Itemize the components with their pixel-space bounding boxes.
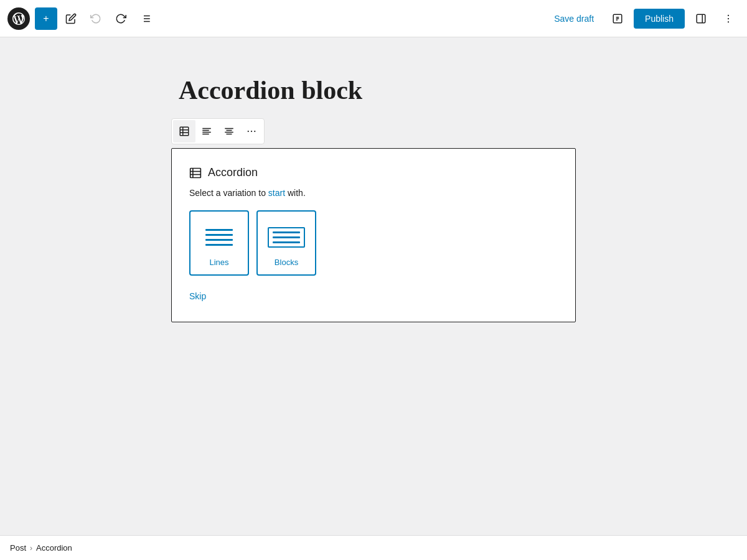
more-icon (723, 13, 734, 24)
blocks-icon (268, 222, 305, 253)
table-icon (179, 126, 190, 137)
svg-point-29 (254, 131, 255, 132)
accordion-block-icon (189, 167, 202, 179)
align-left-icon (201, 126, 212, 137)
editor-area: Accordion block (0, 37, 747, 535)
sidebar-icon (695, 13, 707, 24)
sidebar-toggle-button[interactable] (690, 7, 712, 30)
post-content: Accordion block (171, 75, 576, 322)
block-type-button[interactable] (173, 120, 195, 142)
variation-card-blocks[interactable]: Blocks (256, 210, 316, 276)
block-line-1 (273, 231, 300, 233)
preview-button[interactable] (606, 7, 629, 30)
redo-button[interactable] (110, 7, 132, 30)
variation-prompt-link: start (268, 188, 285, 198)
line-4 (205, 244, 233, 246)
wp-logo[interactable] (7, 7, 30, 30)
more-options-button[interactable] (717, 7, 740, 30)
line-2 (205, 234, 233, 236)
status-bar: Post › Accordion (0, 535, 747, 560)
blocks-label: Blocks (275, 258, 298, 267)
block-more-options-button[interactable] (240, 120, 263, 142)
svg-point-28 (251, 131, 252, 132)
line-3 (205, 239, 233, 241)
accordion-icon-svg (189, 167, 202, 179)
variation-prompt: Select a variation to start with. (189, 188, 558, 198)
list-view-button[interactable] (134, 7, 157, 30)
line-1 (205, 229, 233, 231)
svg-point-12 (728, 14, 729, 16)
add-block-button[interactable]: + (35, 7, 57, 30)
post-title[interactable]: Accordion block (171, 75, 576, 106)
block-line-2 (273, 236, 300, 238)
lines-label: Lines (209, 258, 228, 267)
svg-rect-30 (190, 168, 201, 177)
undo-button[interactable] (85, 7, 107, 30)
accordion-block: Accordion Select a variation to start wi… (171, 148, 576, 322)
svg-rect-10 (697, 14, 705, 23)
variation-card-lines[interactable]: Lines (189, 210, 249, 276)
accordion-title: Accordion (208, 166, 258, 179)
accordion-header: Accordion (189, 166, 558, 179)
svg-point-27 (248, 131, 249, 132)
breadcrumb-current: Accordion (36, 543, 72, 553)
breadcrumb-separator: › (30, 544, 32, 553)
block-toolbar (171, 118, 265, 144)
svg-point-14 (728, 21, 729, 22)
variation-options: Lines Blocks (189, 210, 558, 276)
align-left-button[interactable] (195, 120, 218, 142)
align-center-icon (223, 126, 235, 137)
breadcrumb-post[interactable]: Post (10, 543, 26, 553)
lines-icon (200, 222, 238, 253)
undo-icon (90, 13, 101, 24)
list-view-icon (140, 13, 151, 24)
svg-rect-15 (180, 128, 189, 136)
align-center-button[interactable] (218, 120, 240, 142)
ellipsis-icon (246, 126, 257, 137)
redo-icon (115, 13, 126, 24)
wp-logo-icon (12, 12, 25, 25)
svg-point-13 (728, 17, 729, 19)
skip-link[interactable]: Skip (189, 291, 206, 301)
main-toolbar: + Save draft (0, 0, 747, 37)
edit-button[interactable] (60, 7, 82, 30)
pencil-icon (65, 13, 77, 24)
block-line-3 (273, 241, 300, 243)
publish-button[interactable]: Publish (634, 9, 685, 29)
preview-icon (612, 13, 623, 24)
save-draft-button[interactable]: Save draft (547, 10, 601, 27)
